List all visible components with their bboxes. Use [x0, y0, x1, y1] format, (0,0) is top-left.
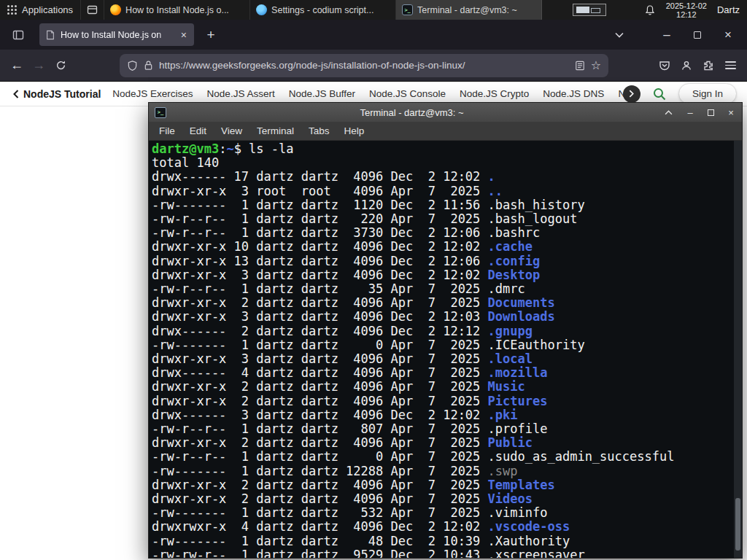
terminal-scrollbar[interactable]: [734, 141, 742, 558]
lock-icon[interactable]: [144, 60, 153, 71]
applications-menu-button[interactable]: Applications: [0, 0, 81, 20]
firefox-view-icon: [12, 29, 24, 41]
list-all-tabs-button[interactable]: [608, 24, 630, 46]
terminal-output-line: -rw------- 1 dartz dartz 532 Apr 7 2025 …: [152, 506, 732, 520]
files-icon: [87, 4, 98, 15]
new-tab-button[interactable]: +: [200, 24, 222, 46]
minimize-button[interactable]: –: [655, 24, 678, 46]
terminal-menu-help[interactable]: Help: [337, 125, 372, 136]
forward-button[interactable]: →: [28, 55, 50, 77]
file-name: Downloads: [488, 309, 555, 324]
terminal-window-controls: – ×: [657, 107, 736, 118]
file-attributes: -rw------- 1 dartz dartz 48 Dec 2 10:39: [152, 534, 488, 548]
files-launcher-button[interactable]: [81, 0, 104, 20]
terminal-output-line: drwxr-xr-x 2 dartz dartz 4096 Apr 7 2025…: [152, 296, 732, 310]
file-name: .Xauthority: [488, 534, 570, 548]
taskbar-window-title: Terminal - dartz@vm3: ~: [417, 5, 517, 15]
nodejs-tutorial-link[interactable]: NodeJS Tutorial: [13, 88, 101, 100]
file-attributes: drwx------ 4 dartz dartz 4096 Apr 7 2025: [152, 365, 488, 380]
chevron-up-icon: [665, 110, 673, 115]
nav-scroll-right-button[interactable]: [623, 85, 640, 103]
file-name: Templates: [488, 478, 555, 492]
file-name: .pki: [488, 408, 518, 422]
search-icon[interactable]: [652, 87, 667, 101]
back-button[interactable]: ←: [6, 55, 28, 77]
url-bar[interactable]: https://www.geeksforgeeks.org/node-js/in…: [120, 54, 608, 77]
taskbar-window-button[interactable]: Settings - codium script...: [250, 0, 396, 20]
terminal-output[interactable]: dartz@vm3:~$ ls -la total 140 drwx------…: [149, 141, 742, 558]
file-name: .cache: [488, 239, 533, 254]
pocket-button[interactable]: [654, 55, 676, 77]
site-nav-item[interactable]: Node.JS Console: [369, 88, 446, 99]
file-attributes: -rw------- 1 dartz dartz 1120 Dec 2 11:5…: [152, 198, 488, 212]
browser-nav-bar: ← → https://www.geeksforgeeks.org/node-j…: [0, 50, 747, 82]
terminal-maximize-button[interactable]: [705, 107, 716, 118]
file-attributes: drwxr-xr-x 3 dartz dartz 4096 Dec 2 12:0…: [152, 309, 488, 324]
sign-in-button[interactable]: Sign In: [678, 83, 737, 104]
url-text[interactable]: https://www.geeksforgeeks.org/node-js/in…: [159, 60, 569, 71]
browser-tab[interactable]: How to Install Node.js on ×: [39, 23, 194, 46]
terminal-output-line: drwx------ 3 dartz dartz 4096 Dec 2 12:0…: [152, 408, 732, 422]
user-menu[interactable]: Dartz: [717, 4, 741, 15]
terminal-menu-edit[interactable]: Edit: [182, 125, 214, 136]
maximize-button[interactable]: [686, 24, 709, 46]
terminal-menu-view[interactable]: View: [214, 125, 249, 136]
site-nav-items: NodeJS ExercisesNode.JS AssertNode.JS Bu…: [112, 88, 633, 99]
file-attributes: -rw-r--r-- 1 dartz dartz 807 Apr 7 2025: [152, 421, 488, 436]
tracking-shield-icon[interactable]: [127, 60, 138, 71]
site-nav-item[interactable]: NodeJS Exercises: [112, 88, 193, 99]
tab-title: How to Install Node.js on: [61, 30, 174, 40]
file-name: .sudo_as_admin_successful: [488, 449, 675, 464]
maximize-icon: [694, 31, 701, 39]
account-button[interactable]: [676, 55, 697, 77]
terminal-output-line: drwx------ 17 dartz dartz 4096 Dec 2 12:…: [152, 170, 732, 184]
chevron-left-icon: [13, 90, 19, 98]
file-attributes: drwxr-xr-x 2 dartz dartz 4096 Apr 7 2025: [152, 394, 488, 408]
file-name: Videos: [488, 491, 533, 506]
close-button[interactable]: ×: [716, 24, 740, 46]
file-name: .swp: [488, 464, 518, 478]
terminal-menu-terminal[interactable]: Terminal: [249, 125, 301, 136]
clock[interactable]: 2025-12-02 12:12: [666, 1, 707, 19]
reload-button[interactable]: [50, 55, 71, 77]
terminal-icon: >_: [155, 107, 166, 118]
taskbar-window-button[interactable]: >_Terminal - dartz@vm3: ~: [396, 0, 542, 20]
file-name: ..: [488, 184, 503, 198]
site-nav-item[interactable]: Node.JS Crypto: [460, 88, 529, 99]
file-name: Documents: [488, 295, 555, 310]
terminal-close-button[interactable]: ×: [726, 107, 736, 118]
taskbar-window-title: How to Install Node.js o...: [125, 5, 229, 15]
terminal-output-line: -rw------- 1 dartz dartz 1120 Dec 2 11:5…: [152, 198, 732, 212]
site-nav-item[interactable]: Node.JS Assert: [207, 88, 275, 99]
terminal-output-line: drwxr-xr-x 2 dartz dartz 4096 Apr 7 2025…: [152, 380, 732, 394]
terminal-scrollbar-thumb[interactable]: [735, 498, 740, 551]
grid-icon: [7, 5, 17, 15]
site-nav-item[interactable]: Node.JS DNS: [543, 88, 604, 99]
site-nav-item[interactable]: Node.JS Buffer: [289, 88, 355, 99]
terminal-minimize-button[interactable]: –: [685, 107, 695, 118]
file-name: .dmrc: [488, 281, 525, 296]
terminal-output-line: drwxr-xr-x 2 dartz dartz 4096 Apr 7 2025…: [152, 478, 732, 492]
file-attributes: drwxr-xr-x 2 dartz dartz 4096 Apr 7 2025: [152, 435, 488, 450]
tab-close-icon[interactable]: ×: [179, 29, 188, 41]
workspace-switcher[interactable]: [573, 4, 606, 16]
terminal-title-bar[interactable]: >_ Terminal - dartz@vm3: ~ – ×: [149, 103, 742, 122]
terminal-icon: >_: [402, 4, 413, 15]
shade-button[interactable]: [665, 110, 675, 115]
terminal-output-line: drwxr-xr-x 2 dartz dartz 4096 Apr 7 2025…: [152, 492, 732, 506]
browser-tab-bar: How to Install Node.js on × + – ×: [0, 20, 747, 50]
file-attributes: -rw------- 1 dartz dartz 12288 Apr 7 202…: [152, 464, 488, 478]
terminal-menu-tabs[interactable]: Tabs: [301, 125, 337, 136]
reader-mode-icon[interactable]: [575, 61, 585, 71]
page-favicon: [45, 30, 55, 40]
bell-icon[interactable]: [644, 4, 656, 16]
extensions-button[interactable]: [697, 55, 719, 77]
firefox-view-button[interactable]: [7, 24, 29, 46]
taskbar-window-title: Settings - codium script...: [271, 5, 374, 15]
taskbar-window-button[interactable]: How to Install Node.js o...: [104, 0, 250, 20]
app-menu-button[interactable]: [719, 55, 741, 77]
terminal-output-line: -rw-r--r-- 1 dartz dartz 220 Apr 7 2025 …: [152, 212, 732, 226]
file-attributes: drwxrwxr-x 4 dartz dartz 4096 Dec 2 12:0…: [152, 519, 488, 534]
terminal-menu-file[interactable]: File: [152, 125, 182, 136]
bookmark-star-icon[interactable]: ☆: [591, 58, 601, 72]
